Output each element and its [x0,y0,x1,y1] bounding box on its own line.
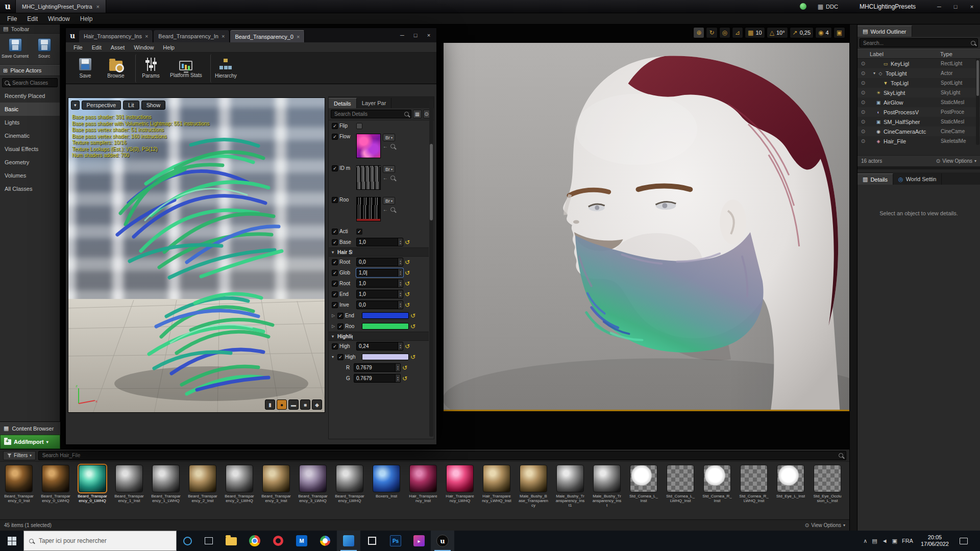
override-checkbox[interactable] [332,229,338,235]
asset-thumbnail[interactable] [5,465,33,492]
asset-tile[interactable]: Hair_Transparency_LWHQ_Inst [482,465,511,518]
close-icon[interactable]: × [96,4,100,10]
taskbar-search[interactable] [23,531,177,551]
place-actors-category[interactable]: Cinematic [0,129,60,142]
tab-details[interactable]: Details [329,98,357,108]
visibility-eye-icon[interactable]: ⊙ [859,99,867,105]
place-actors-category[interactable]: Basic [0,103,60,116]
menu-item[interactable]: Edit [22,15,43,22]
asset-thumbnail[interactable] [520,465,547,492]
outliner-scrollbar[interactable] [976,58,979,145]
outliner-row[interactable]: ⊙ CineCameraActc CineCame [857,127,980,136]
world-space-toggle-icon[interactable]: ◎ [719,27,730,38]
asset-tile[interactable]: Beard_Transparency_2_LWHQ [225,465,254,518]
number-input[interactable]: 1,0 ▴▾ [356,268,403,277]
network-icon[interactable]: ▣ [892,538,897,544]
close-icon[interactable]: × [297,34,300,40]
reset-to-default-icon[interactable]: ↺ [405,270,410,276]
level-tab[interactable]: MHC_LightingPreset_Portra × [15,0,106,13]
outliner-row[interactable]: ⊙ ▾ TopLight Actor [857,68,980,78]
grid-snap-value[interactable]: 10 [755,30,762,36]
cortana-button[interactable] [177,531,198,551]
menu-item[interactable]: Window [129,44,158,51]
texture-thumbnail[interactable] [356,134,381,158]
asset-thumbnail[interactable] [667,465,694,492]
asset-tile[interactable]: Std_Eye_Occlusion_L_Inst [813,465,842,518]
reset-to-default-icon[interactable]: ↺ [405,291,410,297]
menu-item[interactable]: File [2,15,22,22]
collapsed-panel-strip[interactable] [849,24,857,531]
spinner-arrows-icon[interactable]: ▴▾ [398,290,403,298]
reset-to-default-icon[interactable]: ↺ [402,365,407,371]
find-in-browser-icon[interactable] [390,207,395,212]
tab-details[interactable]: ▥ Details [857,173,893,185]
asset-tile[interactable]: Beard_Transparency_1_Inst [114,465,144,518]
asset-tile[interactable]: Male_Bushy_Base_Transparency [519,465,548,518]
surface-snap-icon[interactable]: ⊿ [732,27,743,38]
language-indicator[interactable]: FRA [902,538,913,544]
number-input[interactable]: 1,0 ▴▾ [356,279,403,288]
override-checkbox[interactable] [337,354,344,360]
number-input[interactable]: 0,0 ▴▾ [356,258,403,266]
override-checkbox[interactable] [332,302,338,308]
toolbar-button[interactable]: Save Current [1,37,29,60]
reset-to-default-icon[interactable]: ↺ [410,313,415,319]
taskbar-app-icon[interactable] [431,531,454,551]
asset-thumbnail[interactable] [79,465,106,492]
asset-tile[interactable]: Beard_Transparency_3_LWHQ [298,465,328,518]
asset-tile[interactable]: Beard_Transparency_LWHQ [335,465,364,518]
asset-tile[interactable]: Boxers_Inst [372,465,401,518]
spinner-arrows-icon[interactable]: ▴▾ [398,280,403,287]
find-in-browser-icon[interactable] [390,176,395,180]
tab-world-outliner[interactable]: ▤ World Outliner [857,26,912,37]
override-checkbox[interactable] [332,270,338,276]
material-param-row[interactable]: Highlight ▾ ← [329,332,429,341]
asset-tile[interactable]: Std_Eye_L_Inst [776,465,805,518]
override-checkbox[interactable] [332,291,338,297]
asset-tile[interactable]: Std_Cornea_R_Inst [702,465,732,518]
place-actors-category[interactable]: All Classes [0,182,60,195]
taskbar-app-icon[interactable] [266,531,290,551]
toolbar-button[interactable]: Platform Stats [166,54,206,83]
expander-icon[interactable] [332,355,336,359]
show-button[interactable]: Show [141,101,166,110]
asset-thumbnail[interactable] [189,465,216,492]
asset-thumbnail[interactable] [630,465,657,492]
material-param-row[interactable]: Roo Br▾ ← [329,194,429,226]
outliner-row[interactable]: ⊙ PostProcessV PostProce [857,107,980,117]
asset-tile[interactable]: Hair_Transparency_LWHQ [445,465,475,518]
lit-button[interactable]: Lit [123,101,139,110]
task-view-button[interactable] [198,531,219,551]
asset-search-input[interactable] [41,452,837,459]
asset-thumbnail[interactable] [152,465,180,492]
place-actors-category[interactable]: Volumes [0,169,60,182]
use-selected-asset-icon[interactable]: ← [383,175,388,181]
spinner-arrows-icon[interactable]: ▴▾ [398,258,403,266]
toolbar-button[interactable]: Browse [101,54,131,83]
asset-thumbnail[interactable] [740,465,768,492]
maximize-viewport-icon[interactable]: ▣ [834,27,845,38]
rotation-snap-value[interactable]: 10° [776,30,785,36]
override-checkbox[interactable] [332,123,338,129]
cube-shape-icon[interactable] [300,399,310,410]
color-swatch[interactable] [362,323,409,330]
asset-tab[interactable]: Beard_Transparency_0 × [230,30,305,42]
material-param-row[interactable]: High ▾ ← [329,341,429,352]
toolbar-button[interactable]: Params [135,54,166,83]
number-input[interactable]: 0,24 ▴▾ [356,342,403,350]
override-checkbox[interactable] [332,134,338,140]
visibility-eye-icon[interactable]: ⊙ [859,70,867,76]
asset-tile[interactable]: Beard_Transparency_1_LWHQ [151,465,181,518]
minimize-button[interactable]: ─ [931,0,947,13]
asset-tile[interactable]: Beard_Transparency_3_Inst [261,465,291,518]
material-param-row[interactable]: Flow Br▾ ← [329,131,429,163]
camera-speed-toggle[interactable]: ◉ 4 [815,27,832,38]
reset-to-default-icon[interactable]: ↺ [410,354,415,360]
outliner-row[interactable]: ⊙ SM_HalfSpher StaticMesl [857,117,980,127]
asset-tile[interactable]: Beard_Transparency_2_Inst [188,465,217,518]
close-icon[interactable]: × [222,33,225,39]
asset-thumbnail[interactable] [703,465,731,492]
column-label[interactable]: Label [857,51,940,57]
place-actors-category[interactable]: Recently Placed [0,89,60,103]
color-swatch[interactable] [362,312,409,319]
